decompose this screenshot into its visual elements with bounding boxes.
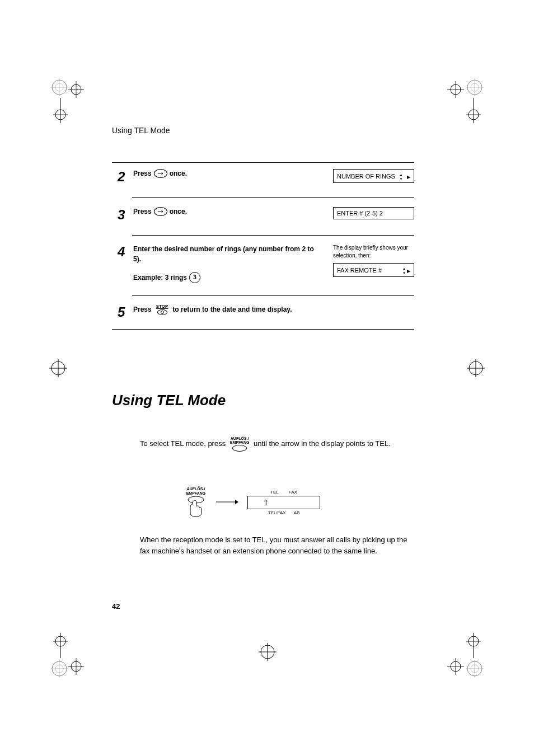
crop-mark-bottom-right	[444, 633, 484, 678]
crop-mark-top-right	[444, 78, 484, 123]
body1-suffix: until the arrow in the display points to…	[254, 439, 391, 448]
step3-press: Press	[133, 207, 152, 217]
step-number-2: 2	[118, 169, 133, 184]
step4-display-info: The display briefly shows your selection…	[333, 244, 414, 260]
step5-press: Press	[133, 305, 152, 314]
right-arrow-icon	[407, 267, 410, 274]
crop-mark-bottom-left	[50, 633, 84, 678]
body-paragraph-2: When the reception mode is set to TEL, y…	[140, 534, 414, 556]
up-outline-arrow-icon	[263, 497, 269, 508]
right-arrow-key-icon	[154, 207, 167, 216]
crop-mark-mid-left	[48, 358, 68, 378]
body-paragraph-1: To select TEL mode, press AUFLÖS./ EMPFA…	[140, 436, 414, 452]
step-number-3: 3	[118, 207, 133, 222]
step2-press: Press	[133, 169, 152, 179]
lcd-display-step3: ENTER # (2-5) 2	[333, 207, 414, 219]
mode-label-ab: AB	[294, 510, 300, 515]
mode-label-tel: TEL	[270, 490, 279, 495]
press-key-illustration: AUFLÖS./EMPFANG	[185, 487, 207, 518]
lcd-text: FAX REMOTE #	[337, 267, 382, 274]
section-title: Using TEL Mode	[112, 392, 226, 409]
crop-mark-top-left	[50, 78, 84, 123]
up-arrow-icon	[402, 266, 406, 270]
crop-mark-bottom-center	[257, 642, 278, 662]
mode-selection-diagram: AUFLÖS./EMPFANG TEL FAX TEL/FAX AB	[185, 487, 320, 518]
body1-prefix: To select TEL mode, press	[140, 439, 226, 448]
up-arrow-icon	[399, 172, 402, 176]
mode-display-illustration: TEL FAX TEL/FAX AB	[247, 490, 320, 515]
step5-rest: to return to the date and time display.	[172, 305, 292, 314]
rule-after-step5	[112, 329, 414, 330]
mode-lcd-box	[247, 496, 320, 509]
arrow-right-icon	[216, 496, 238, 508]
right-arrow-icon	[407, 173, 410, 180]
crop-mark-mid-right	[466, 358, 486, 378]
rule-top	[112, 162, 414, 163]
lcd-display-step4: FAX REMOTE #	[333, 263, 414, 277]
down-arrow-icon	[399, 176, 402, 181]
rule-after-step3	[132, 235, 414, 236]
lcd-text: ENTER # (2-5) 2	[337, 210, 383, 217]
running-header: Using TEL Mode	[112, 126, 170, 135]
step3-once: once.	[170, 207, 187, 217]
rule-after-step4	[132, 295, 414, 296]
right-arrow-key-icon	[154, 169, 167, 178]
stop-key-icon: STOP	[156, 304, 168, 315]
stop-key-label: STOP	[156, 304, 168, 309]
mode-label-fax: FAX	[289, 490, 297, 495]
step2-once: once.	[170, 169, 187, 179]
rule-after-step2	[132, 197, 414, 198]
step4-instruction: Enter the desired number of rings (any n…	[133, 244, 322, 264]
step-number-5: 5	[118, 304, 133, 319]
hand-press-icon	[185, 495, 207, 518]
page-number: 42	[112, 602, 120, 611]
mode-label-telfax: TEL/FAX	[268, 510, 286, 515]
step-number-4: 4	[118, 244, 133, 259]
lcd-display-step2: NUMBER OF RINGS	[333, 169, 414, 183]
numeric-key-3: 3	[189, 272, 200, 283]
lcd-text: NUMBER OF RINGS	[337, 173, 395, 180]
auflos-empfang-key-icon: AUFLÖS./ EMPFANG	[230, 436, 250, 452]
down-arrow-icon	[402, 270, 406, 275]
step4-example-label: Example: 3 rings	[133, 273, 187, 283]
